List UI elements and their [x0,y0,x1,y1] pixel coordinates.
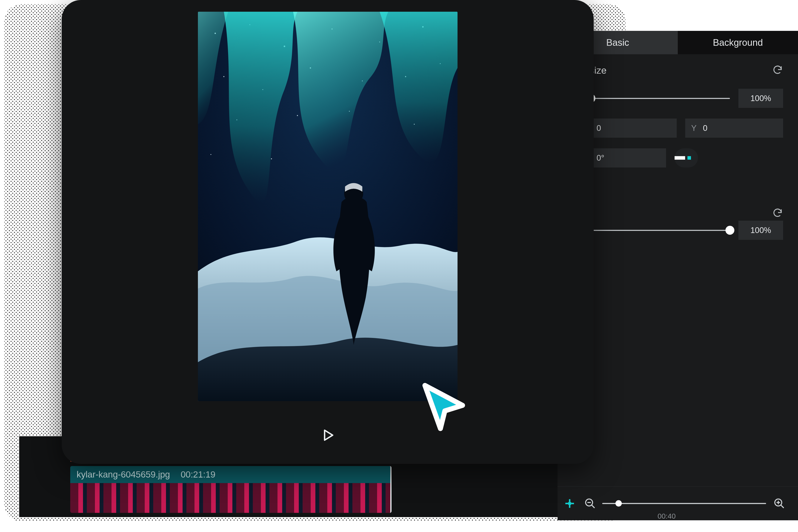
svg-line-11 [781,505,784,508]
tab-background-label: Background [713,37,763,48]
tab-background[interactable]: Background [678,31,798,54]
snap-icon[interactable] [564,498,575,509]
tab-basic-label: Basic [606,37,629,48]
position-x-value: 0 [596,124,601,133]
svg-marker-34 [324,430,332,440]
preview-card [62,0,594,464]
position-y-value: 0 [703,124,707,133]
timeline-controls: 00:40 [557,486,798,520]
rotate-value: 0° [596,153,604,163]
svg-rect-6 [568,502,571,505]
timeline-tick-label: 00:40 [658,512,676,520]
zoom-in-icon[interactable] [773,497,785,510]
scale-slider[interactable] [579,98,730,99]
timeline-clip[interactable]: kylar-kang-6045659.jpg 00:21:19 [70,466,392,513]
preview-canvas[interactable] [198,12,457,401]
svg-point-28 [297,115,298,116]
svg-rect-2 [569,499,571,502]
svg-rect-3 [565,502,568,504]
zoom-slider-knob[interactable] [615,500,622,507]
clip-duration: 00:21:19 [180,470,215,480]
reset-opacity-icon[interactable] [772,208,783,218]
svg-rect-5 [569,505,571,508]
svg-rect-1 [687,156,691,160]
svg-point-32 [271,158,272,159]
svg-point-22 [224,76,225,77]
scale-value[interactable]: 100% [738,89,783,108]
opacity-value[interactable]: 100% [738,221,783,240]
position-y-input[interactable]: Y 0 [685,118,783,138]
clip-header: kylar-kang-6045659.jpg 00:21:19 [70,466,390,483]
play-button[interactable] [320,428,335,443]
svg-line-8 [592,505,594,508]
zoom-out-icon[interactable] [584,497,596,510]
clip-filename: kylar-kang-6045659.jpg [77,470,170,480]
position-y-label: Y [691,124,697,133]
svg-rect-0 [674,156,685,160]
svg-point-31 [210,154,211,155]
zoom-slider[interactable] [602,503,766,504]
opacity-slider-knob[interactable] [725,226,734,235]
opacity-slider[interactable] [579,230,730,231]
mirror-button[interactable] [674,148,698,168]
clip-thumbnails [70,483,390,513]
svg-rect-4 [571,502,574,504]
reset-position-icon[interactable] [772,64,783,76]
